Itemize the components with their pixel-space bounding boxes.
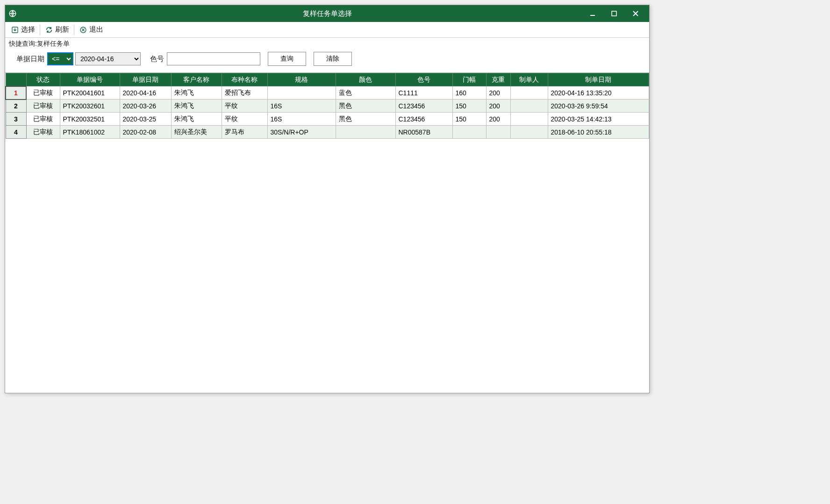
column-header[interactable]: 状态 — [26, 73, 60, 86]
column-header[interactable]: 色号 — [395, 73, 452, 86]
column-header[interactable]: 客户名称 — [171, 73, 222, 86]
app-icon — [8, 9, 17, 18]
cell-cno[interactable]: C1111 — [395, 86, 452, 99]
column-header[interactable]: 门幅 — [452, 73, 486, 86]
cell-date[interactable]: 2020-03-25 — [120, 113, 171, 126]
cell-width[interactable] — [452, 126, 486, 139]
cell-mdate[interactable]: 2020-03-26 9:59:54 — [548, 99, 649, 113]
cell-cno[interactable]: C123456 — [395, 99, 452, 113]
column-header[interactable]: 单据编号 — [60, 73, 120, 86]
filter-bar: 单据日期 <=<=>=> 2020-04-16 色号 查询 清除 — [5, 48, 649, 73]
column-header[interactable]: 制单日期 — [548, 73, 649, 86]
cell-doc[interactable]: PTK18061002 — [60, 126, 120, 139]
cell-cust[interactable]: 朱鸿飞 — [171, 99, 222, 113]
download-icon — [11, 26, 19, 34]
cell-date[interactable]: 2020-02-08 — [120, 126, 171, 139]
column-header[interactable]: 规格 — [267, 73, 336, 86]
grid-container[interactable]: 状态单据编号单据日期客户名称布种名称规格颜色色号门幅克重制单人制单日期 1已审核… — [5, 73, 649, 393]
cell-doc[interactable]: PTK20032601 — [60, 99, 120, 113]
cell-doc[interactable]: PTK20041601 — [60, 86, 120, 99]
table-row[interactable]: 3已审核PTK200325012020-03-25朱鸿飞平纹16S黑色C1234… — [6, 113, 649, 126]
cell-mdate[interactable]: 2020-03-25 14:42:13 — [548, 113, 649, 126]
color-label: 色号 — [150, 55, 164, 64]
cell-cno[interactable]: C123456 — [395, 113, 452, 126]
refresh-label: 刷新 — [55, 25, 69, 34]
select-label: 选择 — [21, 25, 35, 34]
svg-rect-2 — [612, 11, 616, 16]
cell-fabric[interactable]: 罗马布 — [222, 126, 267, 139]
table-row[interactable]: 4已审核PTK180610022020-02-08绍兴圣尔美罗马布30S/N/R… — [6, 126, 649, 139]
column-header[interactable]: 克重 — [486, 73, 510, 86]
cell-cust[interactable]: 绍兴圣尔美 — [171, 126, 222, 139]
data-grid[interactable]: 状态单据编号单据日期客户名称布种名称规格颜色色号门幅克重制单人制单日期 1已审核… — [5, 73, 649, 139]
cell-maker[interactable] — [510, 86, 548, 99]
date-select[interactable]: 2020-04-16 — [75, 52, 141, 65]
cell-doc[interactable]: PTK20032501 — [60, 113, 120, 126]
window-controls — [582, 5, 646, 22]
close-icon — [79, 26, 87, 34]
exit-button[interactable]: 退出 — [75, 24, 107, 35]
cell-status[interactable]: 已审核 — [26, 126, 60, 139]
column-header[interactable]: 布种名称 — [222, 73, 267, 86]
column-header[interactable]: 颜色 — [336, 73, 395, 86]
toolbar: 选择 刷新 退出 — [5, 22, 649, 38]
cell-fabric[interactable]: 平纹 — [222, 113, 267, 126]
cell-fabric[interactable]: 爱招飞布 — [222, 86, 267, 99]
minimize-button[interactable] — [582, 5, 603, 22]
separator — [74, 25, 74, 35]
date-label: 单据日期 — [16, 55, 44, 64]
cell-weight[interactable]: 200 — [486, 86, 510, 99]
column-header[interactable]: 单据日期 — [120, 73, 171, 86]
cell-weight[interactable]: 200 — [486, 113, 510, 126]
operator-select[interactable]: <=<=>=> — [47, 52, 73, 65]
row-number[interactable]: 2 — [6, 99, 26, 113]
row-number[interactable]: 4 — [6, 126, 26, 139]
cell-maker[interactable] — [510, 99, 548, 113]
title-bar[interactable]: 复样任务单选择 — [5, 5, 649, 22]
window-title: 复样任务单选择 — [303, 9, 352, 18]
cell-cust[interactable]: 朱鸿飞 — [171, 113, 222, 126]
refresh-button[interactable]: 刷新 — [41, 24, 73, 35]
cell-weight[interactable] — [486, 126, 510, 139]
select-button[interactable]: 选择 — [7, 24, 39, 35]
table-row[interactable]: 2已审核PTK200326012020-03-26朱鸿飞平纹16S黑色C1234… — [6, 99, 649, 113]
cell-spec[interactable]: 16S — [267, 99, 336, 113]
cell-color[interactable]: 蓝色 — [336, 86, 395, 99]
cell-maker[interactable] — [510, 126, 548, 139]
cell-status[interactable]: 已审核 — [26, 99, 60, 113]
cell-cust[interactable]: 朱鸿飞 — [171, 86, 222, 99]
maximize-button[interactable] — [603, 5, 625, 22]
row-number[interactable]: 1 — [6, 86, 26, 99]
clear-button[interactable]: 清除 — [314, 52, 352, 66]
cell-status[interactable]: 已审核 — [26, 86, 60, 99]
quick-query-label: 快捷查询:复样任务单 — [5, 38, 649, 48]
separator — [40, 25, 40, 35]
cell-spec[interactable]: 16S — [267, 113, 336, 126]
table-row[interactable]: 1已审核PTK200416012020-04-16朱鸿飞爱招飞布蓝色C11111… — [6, 86, 649, 99]
query-button[interactable]: 查询 — [268, 52, 306, 66]
cell-fabric[interactable]: 平纹 — [222, 99, 267, 113]
close-button[interactable] — [625, 5, 646, 22]
cell-spec[interactable]: 30S/N/R+OP — [267, 126, 336, 139]
exit-label: 退出 — [89, 25, 103, 34]
cell-color[interactable]: 黑色 — [336, 113, 395, 126]
cell-mdate[interactable]: 2018-06-10 20:55:18 — [548, 126, 649, 139]
cell-spec[interactable] — [267, 86, 336, 99]
row-number[interactable]: 3 — [6, 113, 26, 126]
cell-width[interactable]: 150 — [452, 99, 486, 113]
cell-width[interactable]: 150 — [452, 113, 486, 126]
cell-weight[interactable]: 200 — [486, 99, 510, 113]
cell-date[interactable]: 2020-03-26 — [120, 99, 171, 113]
cell-maker[interactable] — [510, 113, 548, 126]
cell-cno[interactable]: NR00587B — [395, 126, 452, 139]
cell-color[interactable]: 黑色 — [336, 99, 395, 113]
cell-width[interactable]: 160 — [452, 86, 486, 99]
column-header[interactable]: 制单人 — [510, 73, 548, 86]
cell-color[interactable] — [336, 126, 395, 139]
cell-date[interactable]: 2020-04-16 — [120, 86, 171, 99]
color-input[interactable] — [167, 52, 260, 65]
cell-mdate[interactable]: 2020-04-16 13:35:20 — [548, 86, 649, 99]
rownum-header — [6, 73, 26, 86]
dialog-window: 复样任务单选择 选择 刷新 — [5, 5, 650, 393]
cell-status[interactable]: 已审核 — [26, 113, 60, 126]
